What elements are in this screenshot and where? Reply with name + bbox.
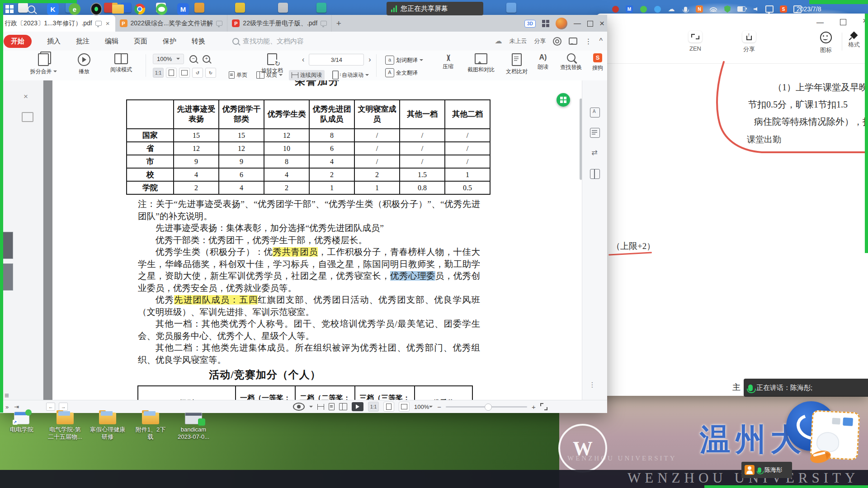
minimize-button[interactable]: — <box>816 19 824 26</box>
menu-保护[interactable]: 保护 <box>163 37 176 46</box>
zoom-slider[interactable] <box>446 406 527 408</box>
more-menu-icon[interactable]: ⋮ <box>585 37 592 46</box>
menu-批注[interactable]: 批注 <box>76 37 90 46</box>
read-mode-button[interactable]: 阅读模式 <box>102 53 140 74</box>
hamburger-icon[interactable]: ≡ <box>5 391 9 400</box>
desktop-mini-icon[interactable] <box>235 3 245 13</box>
prev-page-icon[interactable]: ‹ <box>302 56 304 64</box>
actual-size-button[interactable]: 1:1 <box>368 402 379 412</box>
grid-apps-icon[interactable] <box>542 20 549 27</box>
zen-mode-button[interactable]: ZEN <box>689 31 702 52</box>
single-page-button[interactable]: 单页 <box>226 70 250 80</box>
swap-pages-icon[interactable]: ⇄ <box>590 148 599 157</box>
browser-360-icon[interactable]: e <box>69 3 80 15</box>
desktop-shortcut[interactable]: 寒假心理健康研修 <box>86 409 129 441</box>
share-button[interactable]: 分享 <box>742 31 756 53</box>
panel-close-icon[interactable]: × <box>24 93 28 100</box>
image-panel-icon[interactable] <box>22 112 33 122</box>
screenshot-compare-button[interactable]: 截图和对比 <box>460 53 502 74</box>
cast-tab-icon[interactable] <box>321 21 327 26</box>
zoom-plus-icon[interactable]: + <box>532 403 536 411</box>
settings-gear-icon[interactable] <box>553 37 561 46</box>
fit-page-button[interactable] <box>179 68 190 78</box>
cast-tab-icon[interactable] <box>95 21 102 26</box>
account-avatar[interactable] <box>556 18 567 29</box>
find-in-doc-icon[interactable] <box>590 108 600 117</box>
desktop-shortcut[interactable]: 电气学院-第二十五届物... <box>43 409 87 441</box>
qq-tray-icon[interactable] <box>653 5 661 13</box>
meeting-app-icon[interactable]: M <box>177 3 189 15</box>
annotation-list-icon[interactable] <box>590 128 600 138</box>
find-replace-button[interactable]: 查找替换 <box>554 53 588 71</box>
play-slideshow-button[interactable] <box>352 402 363 411</box>
desktop-mini-icon[interactable] <box>316 3 326 13</box>
desktop-mini-icon[interactable] <box>278 3 288 13</box>
fit-width-button[interactable] <box>166 68 177 78</box>
split-merge-button[interactable]: 拆分合并 <box>22 53 65 75</box>
page-indicator[interactable]: 3/14 <box>309 54 364 66</box>
read-aloud-button[interactable]: A) 朗读 <box>533 53 553 71</box>
search-box[interactable]: 查找功能、文档内容 <box>232 37 304 46</box>
format-button[interactable]: 格式 <box>848 31 860 49</box>
word-translate-button[interactable]: a划词翻译 <box>382 54 426 66</box>
close-button[interactable]: × <box>599 20 604 27</box>
tab-close-icon[interactable]: × <box>105 19 111 27</box>
double-page-icon[interactable] <box>339 403 347 410</box>
minimize-button[interactable]: — <box>574 20 581 27</box>
eye-protect-icon[interactable] <box>293 403 305 411</box>
recorder-tray-icon[interactable] <box>611 5 619 13</box>
chrome-icon[interactable] <box>134 3 146 15</box>
zoom-minus-icon[interactable]: − <box>437 403 441 411</box>
double-page-button[interactable]: 双页 <box>254 70 285 80</box>
fit-width-button[interactable] <box>383 402 394 412</box>
volume-tray-icon[interactable] <box>751 5 760 13</box>
cast-tab-icon[interactable] <box>216 21 222 26</box>
zoom-in-icon[interactable]: + <box>203 55 210 63</box>
3d-view-icon[interactable]: 3D <box>524 20 536 28</box>
taskbar-search-icon[interactable] <box>25 3 37 15</box>
menu-start[interactable]: 开始 <box>4 35 32 48</box>
zoom-level-select[interactable]: 100% <box>153 54 184 64</box>
menu-页面[interactable]: 页面 <box>134 37 147 46</box>
menu-转换[interactable]: 转换 <box>192 37 205 46</box>
fullscreen-icon[interactable] <box>540 403 547 410</box>
doc-compare-button[interactable]: 文档比对 <box>501 53 533 75</box>
screen-recorder-icon[interactable] <box>90 3 102 15</box>
menu-编辑[interactable]: 编辑 <box>105 37 118 46</box>
single-page-icon[interactable] <box>329 403 335 410</box>
actual-size-button[interactable]: 1:1 <box>153 68 164 78</box>
network-tray-icon[interactable] <box>709 5 717 13</box>
desktop-shortcut[interactable]: ↗电电学院 <box>0 409 43 433</box>
rotate-right-button[interactable]: ↻ <box>205 68 216 78</box>
rotate-left-button[interactable]: ↺ <box>192 68 203 78</box>
maximize-button[interactable] <box>587 21 593 27</box>
wechat-tray-icon[interactable] <box>639 5 647 13</box>
zoom-percent[interactable]: 100% <box>414 404 433 410</box>
next-page-icon[interactable]: › <box>368 56 371 64</box>
desktop-shortcut[interactable]: 附件1、2下载 <box>129 409 172 441</box>
menu-插入[interactable]: 插入 <box>47 37 61 46</box>
more-tools-icon[interactable]: ⋯ <box>588 381 596 389</box>
zoom-out-icon[interactable]: − <box>189 55 197 63</box>
document-tab[interactable]: P22级学生手册电子版、.pdf <box>227 15 332 32</box>
continuous-read-button[interactable]: 连续阅读 <box>289 70 325 80</box>
comment-icon[interactable] <box>569 38 577 45</box>
full-translate-button[interactable]: A全文翻译 <box>382 67 420 79</box>
collapse-ribbon-icon[interactable]: ^ <box>599 37 603 45</box>
maximize-button[interactable] <box>840 19 846 25</box>
sogou-tray-icon[interactable]: S <box>779 5 788 13</box>
start-button[interactable] <box>4 3 15 15</box>
battery-tray-icon[interactable] <box>737 5 745 13</box>
desktop-shortcut[interactable]: bandicam2023-07-0... <box>172 409 215 441</box>
desktop-mini-icon[interactable] <box>506 3 516 13</box>
new-tab-button[interactable]: + <box>332 15 345 32</box>
fit-page-button[interactable] <box>399 402 410 412</box>
thumbnails-icon[interactable] <box>590 169 600 179</box>
display-tray-icon[interactable] <box>765 5 774 13</box>
play-button[interactable]: 播放 <box>71 53 97 75</box>
mic-tray-icon[interactable] <box>681 5 689 13</box>
defender-tray-icon[interactable] <box>723 5 731 13</box>
share-menu[interactable]: 分享 <box>534 37 546 45</box>
file-explorer-icon[interactable] <box>112 3 124 15</box>
continuous-icon[interactable] <box>317 404 324 410</box>
